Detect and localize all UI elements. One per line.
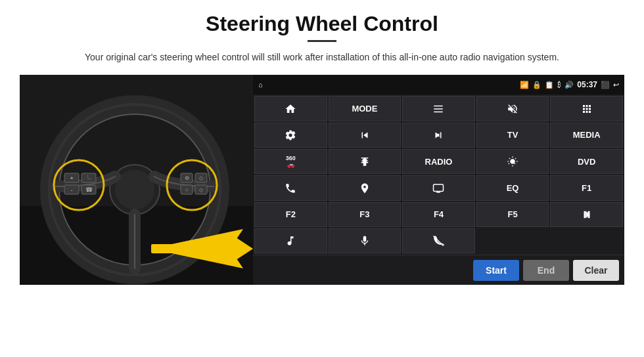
btn-360cam[interactable]: 360🚗	[254, 149, 327, 174]
cast-icon: ⬛	[601, 81, 610, 89]
page-title: Steering Wheel Control	[206, 12, 438, 36]
btn-f2[interactable]: F2	[254, 202, 327, 227]
bluetooth-icon: ₿	[557, 81, 561, 89]
btn-f5[interactable]: F5	[476, 202, 549, 227]
content-row: + - 📞 ☎ ⚙ ◇ ○ ◇	[20, 75, 624, 285]
btn-next[interactable]	[402, 123, 475, 148]
btn-f3[interactable]: F3	[329, 202, 402, 227]
svg-text:◇: ◇	[199, 175, 204, 181]
btn-mute[interactable]	[476, 96, 549, 121]
svg-text:◇: ◇	[199, 187, 204, 193]
svg-text:+: +	[70, 175, 74, 181]
title-divider	[308, 40, 336, 42]
status-time: 05:37	[577, 80, 597, 89]
btn-apps[interactable]	[550, 96, 623, 121]
btn-eq[interactable]: EQ	[476, 175, 549, 200]
btn-navi[interactable]	[329, 175, 402, 200]
btn-hangup[interactable]	[402, 228, 475, 253]
btn-prev[interactable]	[329, 123, 402, 148]
btn-media[interactable]: MEDIA	[550, 123, 623, 148]
back-icon: ↩	[613, 81, 619, 89]
start-button[interactable]: Start	[473, 260, 519, 281]
btn-settings[interactable]	[254, 123, 327, 148]
svg-text:-: -	[71, 187, 73, 193]
btn-brightness[interactable]	[476, 149, 549, 174]
btn-empty2[interactable]	[550, 228, 623, 253]
btn-f1[interactable]: F1	[550, 175, 623, 200]
btn-mode[interactable]: MODE	[329, 96, 402, 121]
btn-home[interactable]	[254, 96, 327, 121]
btn-eject[interactable]	[329, 149, 402, 174]
control-panel: ⌂ 📶 🔒 📋 ₿ 🔊 05:37 ⬛ ↩	[253, 75, 624, 285]
status-right: 📶 🔒 📋 ₿ 🔊 05:37 ⬛ ↩	[520, 80, 619, 89]
btn-empty1[interactable]	[476, 228, 549, 253]
btn-list[interactable]	[402, 96, 475, 121]
svg-point-6	[115, 170, 154, 209]
status-left: ⌂	[258, 81, 263, 89]
end-button[interactable]: End	[523, 260, 569, 281]
page-subtitle: Your original car's steering wheel contr…	[85, 50, 559, 64]
bottom-bar: Start End Clear	[253, 255, 624, 285]
lock-icon: 🔒	[532, 81, 541, 89]
svg-text:⚙: ⚙	[185, 175, 189, 181]
svg-text:📞: 📞	[86, 175, 92, 180]
home-status-icon: ⌂	[258, 81, 263, 89]
svg-text:☎: ☎	[85, 186, 93, 193]
wifi-icon: 📶	[520, 81, 529, 89]
btn-tv[interactable]: TV	[476, 123, 549, 148]
svg-rect-34	[434, 184, 444, 192]
button-grid: MODE	[253, 94, 624, 255]
svg-rect-33	[361, 162, 369, 163]
clear-button[interactable]: Clear	[573, 260, 619, 281]
volume-icon: 🔊	[564, 81, 574, 89]
btn-playpause[interactable]	[550, 202, 623, 227]
btn-mic[interactable]	[329, 228, 402, 253]
btn-f4[interactable]: F4	[402, 202, 475, 227]
btn-screen[interactable]	[402, 175, 475, 200]
steering-wheel-image: + - 📞 ☎ ⚙ ◇ ○ ◇	[20, 75, 253, 285]
svg-text:○: ○	[185, 187, 189, 193]
svg-rect-27	[151, 244, 230, 253]
status-bar: ⌂ 📶 🔒 📋 ₿ 🔊 05:37 ⬛ ↩	[253, 75, 624, 94]
page-container: Steering Wheel Control Your original car…	[0, 0, 644, 357]
btn-radio[interactable]: RADIO	[402, 149, 475, 174]
sim-icon: 📋	[545, 81, 554, 89]
btn-music[interactable]	[254, 228, 327, 253]
btn-phone[interactable]	[254, 175, 327, 200]
btn-dvd[interactable]: DVD	[550, 149, 623, 174]
